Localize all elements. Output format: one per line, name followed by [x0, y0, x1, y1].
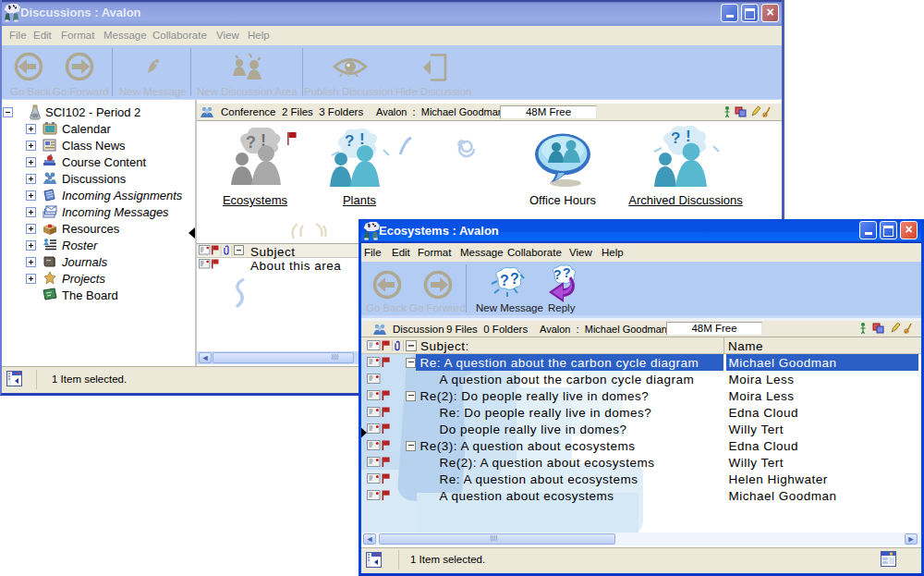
svg-text:?: ? — [510, 271, 519, 287]
svg-text:?: ? — [563, 265, 571, 280]
svg-text:?: ? — [500, 273, 509, 288]
svg-text:?: ? — [553, 267, 562, 282]
